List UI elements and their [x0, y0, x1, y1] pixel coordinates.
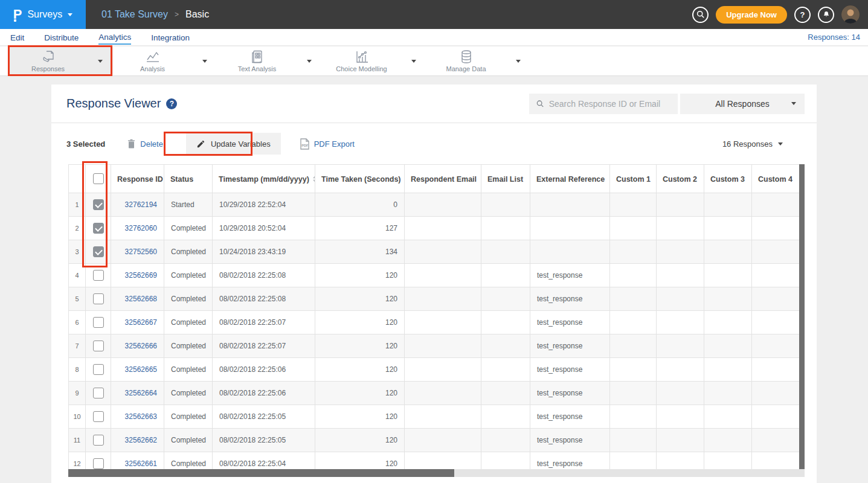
response-id-link[interactable]: 32562669 [125, 271, 157, 280]
select-all-checkbox[interactable] [93, 173, 104, 184]
breadcrumb: 01 Take Survey > Basic [101, 9, 209, 20]
row-checkbox[interactable] [93, 293, 104, 304]
row-checkbox[interactable] [93, 223, 104, 234]
cell-custom3 [704, 240, 752, 264]
row-checkbox[interactable] [93, 246, 104, 257]
cell-status: Completed [164, 287, 213, 311]
cell-response-id: 32562661 [111, 452, 164, 470]
breadcrumb-survey-link[interactable]: 01 Take Survey [101, 9, 168, 20]
avatar[interactable] [841, 5, 860, 24]
tab-distribute[interactable]: Distribute [44, 31, 79, 44]
cell-custom2 [657, 287, 704, 311]
row-checkbox[interactable] [93, 270, 104, 281]
cell-respondent_email [405, 193, 481, 217]
cell-external_reference: test_response [530, 287, 610, 311]
select-all-header-cell [86, 165, 111, 193]
row-checkbox[interactable] [93, 388, 104, 398]
responses-count-value: 16 Responses [722, 139, 773, 149]
responses-count-dropdown[interactable]: 16 Responses [722, 139, 783, 149]
toolbar-item-choice-modelling[interactable]: Choice Modelling [322, 46, 401, 75]
cell-custom1 [610, 452, 657, 470]
cell-num: 8 [69, 358, 86, 382]
cell-custom3 [704, 193, 752, 217]
pdf-export-button[interactable]: PDF PDF Export [299, 138, 355, 150]
chevron-down-icon [98, 60, 103, 63]
row-checkbox[interactable] [93, 364, 104, 375]
delete-button[interactable]: Delete [127, 139, 163, 149]
column-header-timestamp[interactable]: Timestamp (mm/dd/yyyy) [213, 165, 315, 193]
response-id-link[interactable]: 32562661 [125, 459, 157, 468]
manage-data-dropdown-caret[interactable] [506, 46, 531, 75]
horizontal-scrollbar-track[interactable] [68, 469, 805, 477]
top-header: P Surveys 01 Take Survey > Basic Upgrade… [0, 0, 868, 29]
table-row: 232762060Completed10/29/2018 20:52:04127 [69, 217, 800, 240]
cell-custom3 [704, 382, 752, 405]
responses-dropdown-caret[interactable] [88, 46, 113, 75]
response-id-link[interactable]: 32562668 [125, 295, 157, 303]
toolbar-item-text-analysis[interactable]: Text Analysis [217, 46, 297, 75]
help-icon[interactable]: ? [794, 7, 811, 23]
row-checkbox[interactable] [93, 458, 104, 469]
responses-table: Response IDStatusTimestamp (mm/dd/yyyy)T… [68, 164, 800, 469]
update-variables-button[interactable]: Update Variables [186, 133, 281, 155]
search-icon[interactable] [692, 7, 709, 23]
response-id-link[interactable]: 32762060 [125, 224, 157, 232]
cell-email_list [481, 193, 530, 217]
viewer-help-icon[interactable]: ? [166, 98, 177, 109]
cell-timestamp: 10/24/2018 23:43:19 [213, 240, 315, 264]
cell-custom1 [610, 405, 657, 429]
upgrade-button[interactable]: Upgrade Now [716, 6, 787, 24]
toolbar-item-responses[interactable]: Responses [8, 46, 88, 75]
tab-analytics[interactable]: Analytics [98, 30, 131, 45]
response-id-link[interactable]: 32562667 [125, 318, 157, 327]
cell-status: Completed [164, 334, 213, 358]
cell-email_list [481, 429, 530, 452]
cell-response-id: 32562662 [111, 429, 164, 452]
toolbar-item-analysis[interactable]: Analysis [113, 46, 192, 75]
questionpro-logo-icon: P [13, 8, 22, 21]
cell-status: Completed [164, 217, 213, 240]
cell-external_reference: test_response [530, 334, 610, 358]
toolbar-item-manage-data[interactable]: Manage Data [426, 46, 506, 75]
tab-integration[interactable]: Integration [151, 31, 190, 44]
row-select-cell [86, 311, 111, 334]
response-id-link[interactable]: 32562664 [125, 389, 157, 397]
column-header-id[interactable]: Response ID [111, 165, 164, 193]
cell-email_list [481, 311, 530, 334]
notifications-bell-icon[interactable] [818, 7, 834, 23]
cell-custom4 [752, 264, 800, 287]
response-id-link[interactable]: 32562666 [125, 342, 157, 350]
cell-time_taken: 120 [315, 334, 405, 358]
tab-edit[interactable]: Edit [10, 31, 24, 44]
product-switcher[interactable]: P Surveys [0, 0, 86, 29]
response-id-link[interactable]: 32762194 [125, 200, 157, 209]
response-id-link[interactable]: 32562665 [125, 365, 157, 374]
search-input[interactable] [549, 99, 670, 109]
response-id-link[interactable]: 32562662 [125, 436, 157, 444]
analysis-dropdown-caret[interactable] [192, 46, 217, 75]
response-id-link[interactable]: 32752560 [125, 248, 157, 256]
pdf-export-label: PDF Export [314, 139, 355, 149]
response-id-link[interactable]: 32562663 [125, 412, 157, 421]
column-header-status: Status [164, 165, 213, 193]
column-header-respondent_email: Respondent Email [405, 165, 481, 193]
row-checkbox[interactable] [93, 317, 104, 328]
text-analysis-dropdown-caret[interactable] [297, 46, 322, 75]
choice-modelling-dropdown-caret[interactable] [401, 46, 426, 75]
horizontal-scrollbar-thumb[interactable] [68, 469, 454, 477]
column-header-label: Custom 4 [758, 174, 792, 183]
row-checkbox[interactable] [93, 341, 104, 351]
vertical-scrollbar[interactable] [799, 164, 805, 469]
cell-custom3 [704, 358, 752, 382]
header-actions: Upgrade Now ? [692, 5, 860, 24]
avatar-photo [841, 5, 860, 24]
cell-email_list [481, 287, 530, 311]
row-checkbox[interactable] [93, 411, 104, 422]
toolbar-label-text-analysis: Text Analysis [238, 65, 277, 72]
response-filter-dropdown[interactable]: All Responses [680, 94, 805, 114]
table-row: 532562668Completed08/02/2018 22:25:08120… [69, 287, 800, 311]
cell-external_reference: test_response [530, 382, 610, 405]
row-checkbox[interactable] [93, 435, 104, 446]
column-header-time_taken[interactable]: Time Taken (Seconds) [315, 165, 405, 193]
row-checkbox[interactable] [93, 199, 104, 210]
